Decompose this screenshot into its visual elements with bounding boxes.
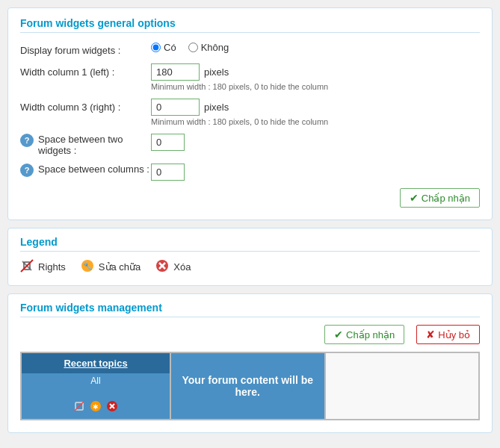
widget-edit-icon[interactable]: ✱: [90, 400, 102, 414]
width-col3-content: pixels Minimum width : 180 pixels, 0 to …: [151, 99, 328, 126]
space-columns-label-wrap: ? Space between columns :: [20, 164, 151, 177]
mgmt-cancel-button[interactable]: ✘ Hủy bỏ: [416, 325, 480, 344]
legend-xoa: Xóa: [155, 259, 191, 275]
width-col1-hint: Minimum width : 180 pixels, 0 to hide th…: [151, 82, 328, 91]
widget-sub: All: [22, 373, 170, 388]
empty-widget-cell: [325, 352, 480, 420]
mgmt-cancel-label: Hủy bỏ: [438, 329, 470, 340]
space-columns-row: ? Space between columns :: [20, 164, 480, 181]
widgets-grid: Recent topics All ✱: [20, 352, 480, 420]
help-icon-widgets: ?: [20, 134, 34, 147]
display-options: Có Không: [151, 42, 229, 53]
width-col1-content: pixels Minimum width : 180 pixels, 0 to …: [151, 63, 328, 91]
rights-label: Rights: [38, 261, 66, 273]
width-col1-inline: pixels: [151, 63, 328, 81]
recent-topics-widget: Recent topics All ✱: [21, 352, 170, 420]
check-icon: ✔: [410, 192, 419, 204]
mgmt-check-icon: ✔: [334, 329, 343, 340]
widget-rights-icon[interactable]: [73, 400, 85, 414]
space-widgets-row: ? Space between two widgets :: [20, 134, 480, 156]
xoa-label: Xóa: [173, 261, 191, 273]
management-section: Forum widgets management ✔ Chấp nhận ✘ H…: [7, 293, 493, 433]
radio-co-label: Có: [164, 42, 176, 53]
mgmt-accept-label: Chấp nhận: [346, 329, 395, 340]
radio-co-input[interactable]: [151, 43, 161, 52]
content-placeholder-text: Your forum content will be here.: [179, 374, 317, 398]
display-row: Display forum widgets : Có Không: [20, 42, 480, 56]
width-col1-label: Width column 1 (left) :: [20, 63, 151, 78]
width-col3-inline: pixels: [151, 99, 328, 116]
general-accept-button[interactable]: ✔ Chấp nhận: [400, 188, 480, 208]
sua-chua-label: Sửa chữa: [99, 261, 141, 273]
svg-text:🔧: 🔧: [83, 261, 93, 271]
help-icon-columns: ?: [20, 164, 34, 177]
general-accept-label: Chấp nhận: [422, 193, 470, 204]
management-title: Forum widgets management: [20, 302, 480, 317]
rights-icon: [20, 259, 34, 275]
width-col1-input[interactable]: [151, 63, 200, 81]
space-widgets-label-wrap: ? Space between two widgets :: [20, 134, 151, 156]
legend-rights: Rights: [20, 259, 66, 275]
radio-co[interactable]: Có: [151, 42, 176, 53]
width-col3-pixels: pixels: [204, 102, 229, 113]
legend-items: Rights 🔧 Sửa chữa Xóa: [20, 259, 480, 275]
space-widgets-label: Space between two widgets :: [38, 134, 151, 156]
mgmt-btn-row: ✔ Chấp nhận ✘ Hủy bỏ: [20, 325, 480, 344]
space-columns-content: [151, 164, 185, 181]
general-options-section: Forum widgets general options Display fo…: [7, 7, 493, 220]
general-options-title: Forum widgets general options: [20, 17, 480, 33]
radio-khong-input[interactable]: [188, 43, 198, 52]
widget-icons: ✱: [22, 396, 170, 419]
legend-sua-chua: 🔧 Sửa chữa: [81, 259, 141, 275]
space-columns-input[interactable]: [151, 164, 185, 181]
space-columns-label: Space between columns :: [38, 164, 149, 175]
display-label: Display forum widgets :: [20, 42, 151, 56]
mgmt-accept-button[interactable]: ✔ Chấp nhận: [324, 325, 404, 344]
width-col3-row: Width column 3 (right) : pixels Minimum …: [20, 99, 480, 126]
radio-khong-label: Không: [201, 42, 229, 53]
width-col3-input[interactable]: [151, 99, 200, 116]
display-radio-group: Có Không: [151, 42, 229, 53]
space-widgets-input[interactable]: [151, 134, 185, 151]
legend-section: Legend Rights 🔧 Sửa chữa: [7, 228, 493, 286]
width-col3-label: Width column 3 (right) :: [20, 99, 151, 113]
x-delete-icon: [155, 259, 169, 275]
space-widgets-content: [151, 134, 185, 151]
width-col1-pixels: pixels: [204, 66, 229, 78]
width-col1-row: Width column 1 (left) : pixels Minimum w…: [20, 63, 480, 91]
content-placeholder-cell: Your forum content will be here.: [170, 352, 325, 420]
widget-header-link[interactable]: Recent topics: [64, 358, 127, 369]
width-col3-hint: Minimum width : 180 pixels, 0 to hide th…: [151, 117, 328, 126]
svg-text:✱: ✱: [93, 403, 99, 411]
widget-header: Recent topics: [22, 353, 170, 373]
mgmt-x-icon: ✘: [426, 329, 435, 340]
general-btn-row: ✔ Chấp nhận: [20, 188, 480, 208]
fire-icon: 🔧: [81, 259, 94, 275]
widget-delete-icon[interactable]: [106, 400, 118, 414]
radio-khong[interactable]: Không: [188, 42, 229, 53]
legend-title: Legend: [20, 236, 480, 252]
